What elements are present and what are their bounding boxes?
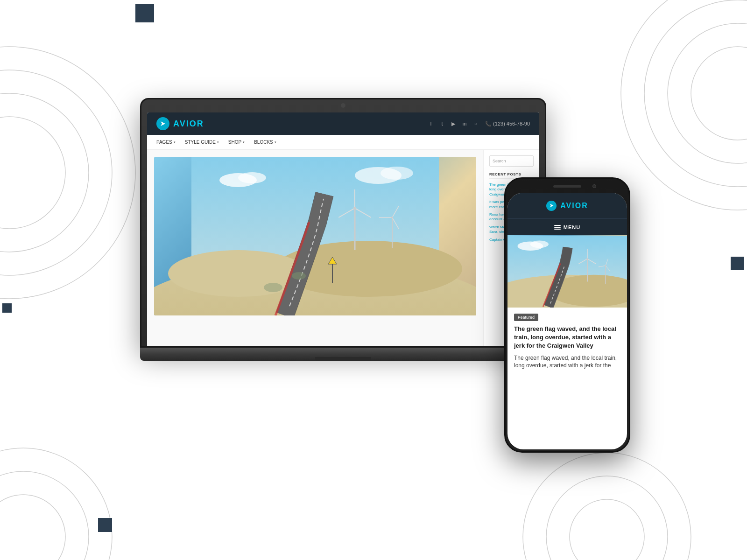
- phone-screen: AVIOR MENU: [507, 193, 627, 449]
- devices-wrapper: AVIOR f t ▶ in ○ �: [117, 70, 630, 490]
- phone-nav-bar[interactable]: MENU: [507, 218, 627, 235]
- site-header: AVIOR f t ▶ in ○ �: [147, 112, 539, 135]
- phone-post-excerpt: The green flag waved, and the local trai…: [514, 354, 620, 370]
- site-logo: AVIOR: [156, 117, 204, 130]
- site-main-content: [147, 150, 483, 346]
- nav-blocks[interactable]: BLOCKS ▾: [254, 140, 276, 145]
- svg-marker-40: [550, 204, 553, 208]
- linkedin-icon[interactable]: in: [461, 120, 468, 127]
- svg-point-34: [292, 272, 306, 280]
- svg-point-32: [391, 217, 393, 218]
- instagram-icon[interactable]: ○: [472, 120, 479, 127]
- nav-style-arrow: ▾: [217, 140, 219, 144]
- facebook-icon[interactable]: f: [427, 120, 435, 127]
- nav-blocks-arrow: ▾: [275, 140, 276, 144]
- header-right: f t ▶ in ○ 📞 (123) 456-78-90: [427, 120, 530, 127]
- phone-site-header: AVIOR: [507, 193, 627, 218]
- featured-badge: Featured: [514, 314, 538, 321]
- hamburger-line-3: [554, 229, 561, 230]
- hero-image: [154, 157, 476, 315]
- site-body: Search RECENT POSTS The green flag waved…: [147, 150, 539, 346]
- svg-marker-18: [161, 121, 165, 126]
- menu-label: MENU: [564, 224, 580, 230]
- svg-point-39: [381, 167, 413, 180]
- svg-point-37: [238, 172, 266, 183]
- phone-number: 📞 (123) 456-78-90: [485, 121, 530, 127]
- social-icons: f t ▶ in ○: [427, 120, 479, 127]
- svg-point-35: [264, 283, 282, 292]
- svg-point-55: [530, 241, 549, 248]
- main-container: AVIOR f t ▶ in ○ �: [0, 0, 747, 560]
- svg-point-48: [586, 258, 588, 260]
- nav-shop-arrow: ▾: [243, 140, 245, 144]
- logo-prefix: AVI: [173, 119, 190, 128]
- logo-o: O: [190, 119, 197, 128]
- phone-speaker: [553, 185, 581, 188]
- laptop-hinge: [315, 357, 371, 361]
- nav-shop[interactable]: SHOP ▾: [228, 140, 245, 145]
- logo-suffix: R: [197, 119, 204, 128]
- nav-pages-arrow: ▾: [174, 140, 176, 144]
- twitter-icon[interactable]: t: [438, 120, 446, 127]
- phone-camera-dot: [592, 184, 596, 188]
- phone-hero-image: [507, 235, 627, 308]
- logo-icon: [156, 117, 169, 130]
- laptop-device: AVIOR f t ▶ in ○ �: [140, 98, 546, 373]
- phone-device: AVIOR MENU: [504, 177, 630, 453]
- nav-style-guide[interactable]: STYLE GUIDE ▾: [185, 140, 219, 145]
- svg-point-53: [605, 265, 606, 266]
- laptop-base: [140, 348, 546, 361]
- hamburger-menu[interactable]: MENU: [554, 224, 580, 230]
- hamburger-icon: [554, 225, 561, 230]
- search-input[interactable]: Search: [489, 155, 534, 167]
- logo-text: AVIOR: [173, 119, 204, 129]
- laptop-screen: AVIOR f t ▶ in ○ �: [147, 112, 539, 346]
- nav-pages[interactable]: PAGES ▾: [156, 140, 176, 145]
- hamburger-line-1: [554, 225, 561, 226]
- site-nav: PAGES ▾ STYLE GUIDE ▾ SHOP ▾ BLOCKS: [147, 135, 539, 150]
- svg-point-27: [353, 207, 356, 210]
- laptop-outer: AVIOR f t ▶ in ○ �: [140, 98, 546, 348]
- phone-post-title: The green flag waved, and the local trai…: [514, 325, 620, 350]
- hamburger-line-2: [554, 227, 561, 228]
- phone-outer: AVIOR MENU: [504, 177, 630, 453]
- phone-content: Featured The green flag waved, and the l…: [507, 308, 627, 374]
- laptop-camera: [341, 103, 345, 108]
- phone-logo-text: AVIOR: [560, 202, 588, 210]
- youtube-icon[interactable]: ▶: [450, 120, 457, 127]
- phone-logo-icon: [546, 201, 557, 211]
